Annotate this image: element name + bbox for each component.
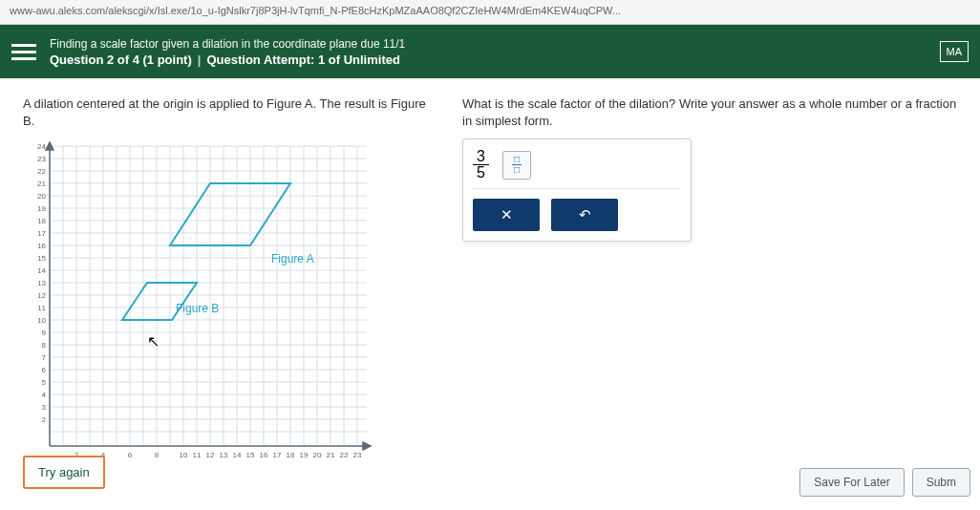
svg-text:8: 8 bbox=[42, 341, 47, 350]
header: Finding a scale factor given a dilation … bbox=[0, 25, 980, 78]
reset-button[interactable]: ↶ bbox=[551, 199, 618, 231]
svg-text:14: 14 bbox=[233, 451, 242, 459]
svg-text:3: 3 bbox=[42, 403, 47, 412]
svg-text:20: 20 bbox=[37, 192, 46, 201]
svg-text:15: 15 bbox=[37, 254, 46, 263]
menu-icon[interactable] bbox=[11, 44, 36, 60]
svg-text:16: 16 bbox=[260, 451, 268, 459]
answer-value[interactable]: 3 5 bbox=[473, 149, 489, 181]
svg-text:15: 15 bbox=[246, 451, 255, 459]
question-status: Question 2 of 4 (1 point)|Question Attem… bbox=[50, 53, 940, 67]
svg-text:12: 12 bbox=[37, 291, 46, 300]
url-bar: www-awu.aleks.com/alekscgi/x/Isl.exe/1o_… bbox=[0, 0, 980, 25]
svg-text:23: 23 bbox=[353, 451, 362, 459]
answer-panel: 3 5 □□ ✕ ↶ bbox=[462, 138, 692, 242]
svg-text:19: 19 bbox=[300, 451, 309, 459]
svg-text:14: 14 bbox=[37, 266, 46, 275]
svg-text:18: 18 bbox=[37, 217, 46, 225]
figure-a-label: Figure A bbox=[271, 252, 314, 266]
svg-text:8: 8 bbox=[155, 451, 160, 459]
svg-text:18: 18 bbox=[287, 451, 295, 459]
coordinate-graph: Figure A Figure B ↖ 24232221201918171615… bbox=[23, 138, 415, 463]
svg-text:19: 19 bbox=[37, 204, 46, 213]
svg-text:16: 16 bbox=[37, 242, 46, 250]
svg-text:22: 22 bbox=[340, 451, 349, 459]
svg-text:13: 13 bbox=[220, 451, 228, 459]
topic-title: Finding a scale factor given a dilation … bbox=[50, 37, 940, 51]
prompt-left: A dilation centered at the origin is app… bbox=[23, 96, 434, 129]
svg-text:6: 6 bbox=[42, 366, 47, 374]
svg-text:↖: ↖ bbox=[147, 333, 160, 350]
save-for-later-button[interactable]: Save For Later bbox=[799, 468, 904, 497]
figure-a-shape bbox=[170, 183, 290, 245]
user-badge[interactable]: MA bbox=[940, 41, 969, 62]
svg-text:10: 10 bbox=[37, 316, 46, 325]
svg-marker-50 bbox=[46, 142, 53, 150]
svg-text:21: 21 bbox=[37, 180, 46, 188]
svg-text:6: 6 bbox=[128, 451, 133, 459]
svg-text:17: 17 bbox=[37, 229, 46, 238]
svg-marker-51 bbox=[363, 442, 371, 450]
try-again-button[interactable]: Try again bbox=[23, 456, 105, 489]
svg-text:20: 20 bbox=[313, 451, 322, 459]
svg-text:2: 2 bbox=[42, 415, 47, 424]
svg-text:23: 23 bbox=[37, 155, 46, 163]
figure-b-label: Figure B bbox=[176, 302, 219, 315]
svg-text:11: 11 bbox=[37, 304, 46, 312]
clear-button[interactable]: ✕ bbox=[473, 199, 540, 231]
content: A dilation centered at the origin is app… bbox=[0, 78, 980, 510]
svg-text:21: 21 bbox=[327, 451, 335, 459]
submit-button[interactable]: Subm bbox=[912, 468, 970, 497]
svg-text:22: 22 bbox=[37, 167, 46, 176]
svg-text:17: 17 bbox=[273, 451, 282, 459]
svg-text:9: 9 bbox=[42, 329, 47, 337]
svg-text:5: 5 bbox=[42, 378, 47, 387]
svg-text:12: 12 bbox=[206, 451, 215, 459]
svg-text:11: 11 bbox=[193, 451, 202, 459]
svg-text:10: 10 bbox=[180, 451, 188, 459]
svg-text:7: 7 bbox=[42, 353, 47, 362]
fraction-tool-button[interactable]: □□ bbox=[502, 151, 531, 180]
svg-text:24: 24 bbox=[37, 142, 46, 151]
svg-text:13: 13 bbox=[37, 279, 46, 287]
prompt-right: What is the scale factor of the dilation… bbox=[462, 96, 957, 129]
svg-text:4: 4 bbox=[42, 391, 47, 399]
